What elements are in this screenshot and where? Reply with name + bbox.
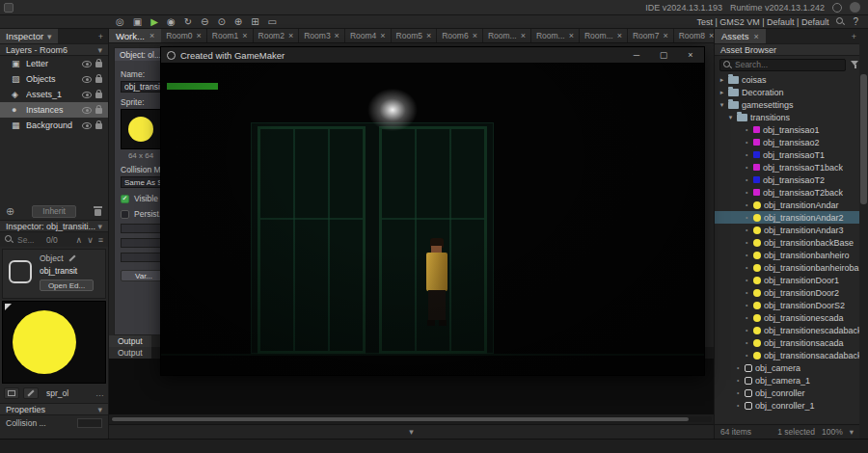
lock-icon[interactable] — [95, 62, 102, 67]
properties-header[interactable]: Properties ▾ — [0, 403, 108, 415]
visibility-icon[interactable] — [82, 61, 92, 67]
chevron-down-icon[interactable]: ▾ — [47, 32, 52, 41]
asset-tree-item[interactable]: • obj_transisao2 — [715, 136, 859, 148]
asset-tree-item[interactable]: • obj_transitionAndar2 — [715, 211, 859, 224]
target-icon[interactable]: ◎ — [116, 15, 124, 29]
layer-row[interactable]: ▦ Background — [0, 118, 108, 133]
tab-room[interactable]: Room2 × — [254, 29, 300, 42]
visible-checkbox[interactable]: ✓ — [121, 195, 129, 203]
close-icon[interactable]: × — [663, 31, 667, 40]
asset-tree-item[interactable]: • obj_transisaoT2back — [715, 186, 859, 199]
asset-tree-item[interactable]: • obj_transitionAndar3 — [715, 224, 859, 236]
tab-room[interactable]: Room4 × — [345, 29, 392, 42]
tab-room[interactable]: Room7 × — [628, 29, 674, 42]
close-icon[interactable]: × — [380, 31, 385, 40]
menu-icon[interactable]: ≡ — [98, 235, 103, 245]
asset-tree-item[interactable]: • obj_transitionescadaback — [715, 324, 859, 336]
asset-tree-item[interactable]: • obj_transitionDoor2 — [715, 286, 859, 299]
close-icon[interactable]: × — [473, 31, 477, 40]
tab-room[interactable]: Room... × — [483, 29, 531, 42]
sprite-image-button[interactable] — [4, 387, 19, 399]
layer-row[interactable]: ◈ Assets_1 — [0, 87, 108, 102]
asset-tree-item[interactable]: • obj_transisaoT1 — [715, 148, 859, 161]
grid-icon[interactable]: ⊞ — [251, 15, 258, 29]
asset-tree-item[interactable]: • obj_transisao1 — [715, 123, 859, 136]
edit-pencil-icon[interactable] — [68, 254, 75, 261]
asset-tree-item[interactable]: • obj_camera_1 — [715, 374, 859, 386]
scrollbar-thumb[interactable] — [860, 74, 867, 204]
close-icon[interactable]: × — [521, 31, 526, 40]
asset-tree-item[interactable]: • obj_transitionAndar — [715, 199, 859, 211]
lock-icon[interactable] — [95, 108, 102, 114]
asset-tree-item[interactable]: • obj_transitionsacada — [715, 336, 859, 349]
asset-tree-item[interactable]: • obj_transitionDoor1 — [715, 274, 859, 286]
sprite-thumbnail[interactable] — [121, 109, 161, 149]
zoom-level[interactable]: 100% — [822, 427, 843, 437]
open-editor-button[interactable]: Open Ed... — [40, 280, 94, 291]
persistent-checkbox[interactable] — [121, 210, 129, 219]
game-viewport[interactable] — [161, 63, 704, 375]
collision-value-box[interactable] — [77, 418, 102, 428]
asset-tree-item[interactable]: ▾ • transitions — [715, 111, 859, 123]
zoom-out-icon[interactable]: ⊖ — [201, 15, 208, 29]
lock-icon[interactable] — [95, 77, 102, 83]
close-button[interactable]: × — [677, 47, 704, 63]
maximize-button[interactable]: ▢ — [650, 47, 677, 63]
tab-inspector[interactable]: Inspector ▾ — [0, 29, 58, 43]
asset-tree-item[interactable]: • obj_transitionbackBase — [715, 236, 859, 249]
tab-output[interactable]: Output — [109, 335, 151, 347]
tab-room[interactable]: Room0 × — [161, 29, 207, 42]
visibility-icon[interactable] — [82, 92, 92, 98]
tab-room[interactable]: Room... × — [531, 29, 580, 42]
lock-icon[interactable] — [95, 93, 102, 98]
help-icon[interactable]: ? — [853, 15, 858, 29]
inspector-search-input[interactable] — [17, 235, 42, 245]
asset-tree-item[interactable]: • obj_transisaoT1back — [715, 161, 859, 173]
tab-room[interactable]: Room3 × — [299, 29, 345, 42]
close-icon[interactable]: × — [617, 31, 622, 40]
close-icon[interactable]: × — [149, 31, 154, 40]
asset-tree-item[interactable]: ▾ • gamesettings — [715, 98, 859, 111]
build-target-info[interactable]: Test | GMS2 VM | Default | Default — [696, 17, 828, 27]
asset-tree-item[interactable]: • obj_camera — [715, 361, 859, 374]
tab-assets[interactable]: Assets × — [715, 29, 766, 43]
subtab-output[interactable]: Output — [109, 347, 151, 359]
workspace-icon[interactable]: ▣ — [133, 15, 142, 29]
visibility-icon[interactable] — [82, 107, 92, 114]
expander-icon[interactable]: ▾ — [719, 101, 725, 109]
layer-row[interactable]: ▣ Letter — [0, 56, 108, 71]
add-layer-icon[interactable]: ⊕ — [6, 205, 14, 218]
asset-tree-item[interactable]: • obj_transitionbanheiro — [715, 249, 859, 261]
tab-room[interactable]: Room5 × — [392, 29, 438, 42]
panel-divider[interactable]: ▾ — [109, 424, 714, 439]
zoom-in-icon[interactable]: ⊕ — [234, 15, 242, 29]
asset-tree-scrollbar[interactable] — [859, 43, 868, 439]
next-match-icon[interactable]: ∨ — [87, 235, 94, 245]
monitor-icon[interactable]: ▭ — [268, 15, 277, 29]
game-window-titlebar[interactable]: Created with GameMaker ─ ▢ × — [161, 47, 704, 63]
visibility-icon[interactable] — [82, 122, 92, 129]
asset-tree-item[interactable]: • obj_transitionsacadaback — [715, 349, 859, 361]
layers-header[interactable]: Layers - Room6 ▾ — [0, 43, 108, 56]
search-icon[interactable] — [836, 17, 845, 26]
asset-tree-item[interactable]: • obj_conroller_1 — [715, 399, 859, 412]
lock-icon[interactable] — [95, 123, 102, 129]
asset-tree-item[interactable]: • obj_transitionescada — [715, 311, 859, 324]
close-icon[interactable]: × — [242, 31, 247, 40]
run-button[interactable]: ▶ — [150, 15, 158, 29]
sprite-edit-button[interactable] — [23, 387, 39, 399]
asset-tree-item[interactable]: • obj_conroller — [715, 386, 859, 399]
game-window[interactable]: Created with GameMaker ─ ▢ × — [160, 46, 705, 376]
asset-search-input[interactable] — [735, 60, 842, 69]
close-icon[interactable]: × — [335, 31, 339, 40]
close-icon[interactable]: × — [426, 31, 431, 40]
minimize-button[interactable]: ─ — [623, 47, 650, 63]
close-icon[interactable]: × — [569, 31, 574, 40]
notifications-icon[interactable] — [832, 3, 842, 13]
clean-button[interactable]: ↻ — [184, 15, 192, 29]
inherit-button[interactable]: Inherit — [32, 205, 76, 218]
delete-layer-icon[interactable] — [94, 206, 102, 216]
expander-icon[interactable]: ▸ — [719, 89, 725, 96]
asset-search-box[interactable] — [719, 59, 846, 71]
close-icon[interactable]: × — [754, 32, 759, 41]
